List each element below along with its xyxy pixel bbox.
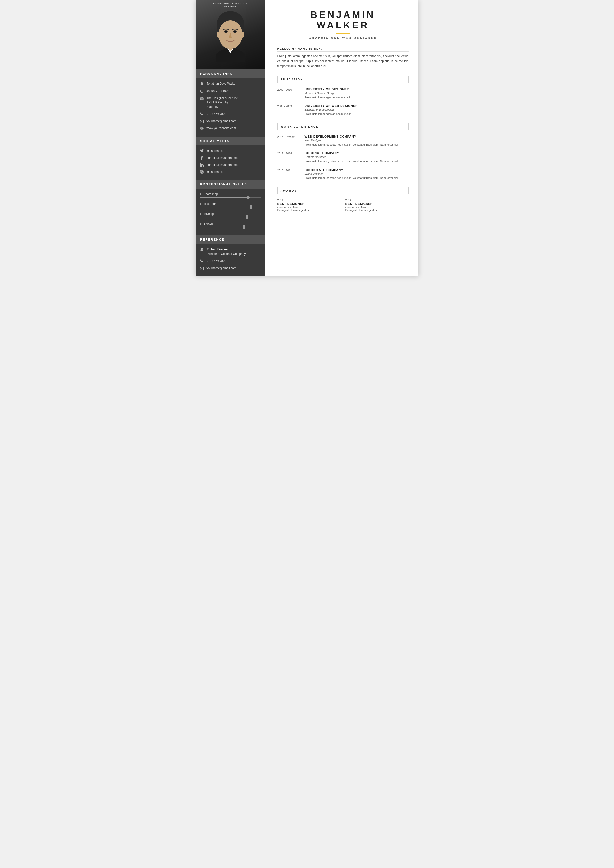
education-title: EDUCATION	[278, 76, 409, 83]
skill-photoshop-label: Photoshop	[204, 192, 218, 196]
web-text: www.yourwebsite.com	[207, 126, 236, 130]
linkedin-text: portfolio.com/username	[207, 163, 237, 167]
svg-point-5	[225, 31, 227, 33]
twitter-text: @username	[207, 149, 223, 153]
work-role-3: Brand Drsigner	[305, 172, 409, 175]
skills-content: + Photoshop + Illustrator	[196, 189, 265, 235]
skill-photoshop-header: + Photoshop	[200, 192, 261, 196]
last-name: WALKER	[278, 20, 409, 31]
work-year-1: 2014 - Present	[278, 135, 300, 147]
edu-year-2: 2008 - 2009	[278, 104, 300, 116]
svg-point-28	[201, 171, 203, 172]
ref-person: Richard Walker Director at Coconut Compa…	[200, 247, 261, 256]
hello-section: HELLO. MY NAME IS BEN. Proin justo lorem…	[278, 47, 409, 69]
skill-sketch-fill	[200, 227, 246, 227]
award-org-1: Ecommerce Awards	[278, 206, 341, 209]
work-role-2: Graphic Designer	[305, 155, 409, 158]
facebook-icon	[200, 156, 204, 160]
work-company-2: COCONUT COMPANY	[305, 152, 409, 155]
hello-text: Proin justo lorem, egestas nec metus in,…	[278, 54, 409, 69]
work-section: WORK EXPERIENCE 2014 - Present WEB DEVEL…	[278, 123, 409, 180]
skill-plus-icon: +	[200, 192, 202, 196]
svg-point-12	[202, 91, 202, 91]
job-title: GRAPHIC AND WEB DESIGNER	[278, 36, 409, 40]
reference-content: Richard Walker Director at Coconut Compa…	[196, 244, 265, 276]
name-text: Jonathan Dave Walker	[207, 81, 237, 86]
birthday-icon	[200, 89, 204, 93]
svg-rect-25	[200, 164, 201, 167]
skill-illustrator-thumb	[250, 205, 252, 209]
ref-email-text: yourname@email.com	[207, 266, 236, 270]
skill-indesign-fill	[200, 217, 249, 217]
award-desc-1: Proin justo lorem, egestas	[278, 209, 341, 212]
skill-sketch-bar	[200, 227, 261, 227]
svg-point-29	[202, 171, 203, 171]
resume-wrapper: FREEDOWNLOADPSD.COM PRESENT	[196, 0, 419, 276]
social-twitter: @username	[200, 149, 261, 153]
main-content: BENJAMIN WALKER GRAPHIC AND WEB DESIGNER…	[265, 0, 419, 276]
work-content-1: WEB DEVELOPMENT COMPANY Web-Designer Pro…	[305, 135, 409, 147]
edu-school-1: UNIVERSITY OF DESIGNER	[305, 88, 409, 91]
info-phone: 0123 456 7890	[200, 112, 261, 116]
info-web: www.yourwebsite.com	[200, 126, 261, 131]
work-entry-2: 2011 - 2014 COCONUT COMPANY Graphic Desi…	[278, 152, 409, 163]
watermark-line2: PRESENT	[224, 5, 237, 8]
photo-inner: FREEDOWNLOADPSD.COM PRESENT	[196, 0, 265, 69]
ref-phone: 0123 456 7890	[200, 259, 261, 264]
ref-email-icon	[200, 266, 204, 271]
birthday-text: January 1st 1993	[207, 88, 229, 93]
work-content-3: CHOCOLATE COMPANY Brand Drsigner Proin j…	[305, 168, 409, 180]
education-section: EDUCATION 2009 - 2010 UNIVERSITY OF DESI…	[278, 76, 409, 116]
ref-phone-text: 0123 456 7890	[207, 259, 226, 263]
skill-illustrator-fill	[200, 207, 253, 208]
photo-placeholder	[208, 10, 253, 64]
work-year-3: 2010 - 2011	[278, 168, 300, 180]
linkedin-icon	[200, 163, 204, 167]
skill-illustrator-label: Illustrator	[204, 202, 216, 206]
award-name-2: BEST DESIGNER	[346, 202, 409, 206]
hello-title: HELLO. MY NAME IS BEN.	[278, 47, 409, 52]
work-desc-1: Proin justo lorem, egestas nec netus in,…	[305, 143, 409, 147]
work-role-1: Web-Designer	[305, 139, 409, 142]
skill-sketch: + Sketch	[200, 222, 261, 227]
social-media-title: SOCIAL MEDIA	[196, 136, 265, 145]
ref-detail: Director at Coconut Company	[207, 252, 246, 256]
instagram-text: @username	[207, 169, 223, 174]
edu-role-1: Master of Graphic Design	[305, 91, 409, 95]
skill-photoshop-bar	[200, 197, 261, 197]
edu-school-2: UNIVERSITY OF WEB DESIGNER	[305, 104, 409, 108]
work-company-1: WEB DEVELOPMENT COMPANY	[305, 135, 409, 138]
edu-role-2: Bachelor of Web Design	[305, 108, 409, 111]
award-org-2: Ecommerce Awards	[346, 206, 409, 209]
award-2: 2014 BEST DESIGNER Ecommerce Awards Proi…	[346, 199, 409, 212]
edu-desc-2: Proin justo lorem egestas nec metus in.	[305, 112, 409, 116]
award-name-1: BEST DESIGNER	[278, 202, 341, 206]
skill-sketch-label: Sketch	[204, 222, 213, 225]
skill-indesign-header: + InDesign	[200, 212, 261, 216]
personal-info-title: PERSONAL INFO	[196, 69, 265, 78]
photo-area: FREEDOWNLOADPSD.COM PRESENT	[196, 0, 265, 69]
svg-rect-27	[200, 170, 203, 173]
phone-icon	[200, 112, 204, 116]
info-birthday: January 1st 1993	[200, 88, 261, 93]
info-email: yourname@email.com	[200, 119, 261, 124]
name-section: BENJAMIN WALKER GRAPHIC AND WEB DESIGNER	[278, 10, 409, 40]
skill-photoshop-fill	[200, 197, 250, 197]
email-icon	[200, 119, 204, 124]
edu-content-1: UNIVERSITY OF DESIGNER Master of Graphic…	[305, 88, 409, 99]
work-entry-1: 2014 - Present WEB DEVELOPMENT COMPANY W…	[278, 135, 409, 147]
edu-year-1: 2009 - 2010	[278, 88, 300, 99]
twitter-icon	[200, 149, 204, 153]
skills-title: PROFESSIONAL SKILLS	[196, 180, 265, 189]
ref-email: yourname@email.com	[200, 266, 261, 271]
skill-plus-icon3: +	[200, 212, 202, 216]
skill-photoshop-thumb	[248, 195, 250, 199]
sidebar: FREEDOWNLOADPSD.COM PRESENT	[196, 0, 265, 276]
personal-info-content: Jonathan Dave Walker January 1st 1993	[196, 78, 265, 136]
svg-point-30	[201, 248, 203, 250]
work-company-3: CHOCOLATE COMPANY	[305, 168, 409, 172]
skill-indesign-thumb	[246, 215, 248, 219]
svg-point-6	[234, 31, 236, 33]
award-1: 2011 BEST DESIGNER Ecommerce Awards Proi…	[278, 199, 341, 212]
skill-illustrator: + Illustrator	[200, 202, 261, 208]
